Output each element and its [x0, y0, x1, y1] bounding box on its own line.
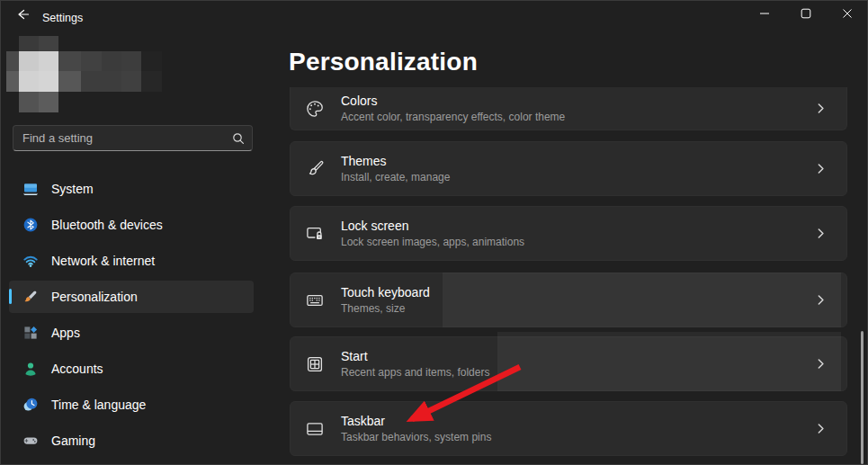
sidebar-item-label: Accounts	[51, 362, 103, 376]
search-icon	[232, 132, 245, 145]
taskbar-icon	[305, 419, 325, 439]
search-box[interactable]	[13, 125, 253, 151]
network-icon	[22, 253, 39, 269]
accounts-icon	[22, 361, 39, 377]
settings-window: { "titlebar": { "app_title": "Settings" …	[0, 0, 868, 465]
sidebar-item-label: Network & internet	[51, 254, 155, 268]
chevron-right-icon[interactable]	[815, 103, 827, 114]
time-language-icon	[22, 397, 39, 413]
card-text: Themes Install, create, manage	[341, 154, 815, 184]
touch-keyboard-icon	[305, 291, 325, 310]
app-title: Settings	[42, 12, 83, 24]
card-title: Taskbar	[341, 414, 815, 429]
card-subtitle: Accent color, transparency effects, colo…	[341, 111, 815, 124]
start-icon	[305, 354, 325, 374]
sidebar-item-network-internet[interactable]: Network & internet	[9, 245, 254, 277]
maximize-button[interactable]	[785, 0, 827, 27]
card-subtitle: Recent apps and items, folders	[341, 366, 815, 380]
card-subtitle: Install, create, manage	[341, 171, 815, 184]
minimize-button[interactable]	[744, 0, 785, 27]
chevron-right-icon[interactable]	[815, 358, 827, 370]
card-text: Touch keyboard Themes, size	[341, 285, 815, 316]
bluetooth-icon	[22, 217, 39, 233]
card-subtitle: Lock screen images, apps, animations	[341, 236, 815, 249]
sidebar-item-label: Personalization	[51, 290, 138, 304]
card-themes[interactable]: Themes Install, create, manage	[290, 141, 847, 196]
sidebar-item-apps[interactable]: Apps	[9, 317, 254, 349]
window-controls	[744, 0, 868, 27]
system-icon	[22, 181, 39, 197]
card-taskbar[interactable]: Taskbar Taskbar behaviors, system pins	[290, 401, 847, 456]
sidebar-item-time-language[interactable]: Time & language	[9, 389, 254, 421]
card-title: Start	[341, 349, 815, 364]
search-input[interactable]	[22, 131, 232, 145]
apps-icon	[22, 325, 39, 341]
sidebar-item-label: Apps	[51, 326, 80, 340]
card-text: Lock screen Lock screen images, apps, an…	[341, 219, 815, 249]
back-button[interactable]	[9, 4, 36, 24]
card-title: Themes	[341, 154, 815, 169]
card-text: Colors Accent color, transparency effect…	[341, 94, 815, 124]
card-title: Lock screen	[341, 219, 815, 234]
sidebar-item-personalization[interactable]: Personalization	[9, 281, 254, 313]
chevron-right-icon[interactable]	[815, 294, 827, 306]
card-lock-screen[interactable]: Lock screen Lock screen images, apps, an…	[290, 206, 847, 261]
chevron-right-icon[interactable]	[815, 423, 827, 434]
card-text: Start Recent apps and items, folders	[341, 349, 815, 380]
close-button[interactable]	[827, 0, 868, 27]
chevron-right-icon[interactable]	[815, 228, 827, 239]
sidebar-item-gaming[interactable]: Gaming	[9, 425, 254, 457]
gaming-icon	[22, 433, 39, 449]
card-colors[interactable]: Colors Accent color, transparency effect…	[290, 87, 847, 130]
close-icon	[842, 8, 853, 19]
minimize-icon	[759, 8, 770, 19]
sidebar-item-system[interactable]: System	[9, 173, 254, 205]
card-title: Colors	[341, 94, 815, 109]
card-subtitle: Themes, size	[341, 302, 815, 316]
sidebar-item-bluetooth-devices[interactable]: Bluetooth & devices	[9, 209, 254, 241]
sidebar-item-label: Bluetooth & devices	[51, 218, 163, 232]
themes-brush-icon	[305, 159, 325, 179]
chevron-right-icon[interactable]	[815, 163, 827, 174]
scrollbar-thumb[interactable]	[861, 331, 864, 464]
sidebar-item-label: Time & language	[51, 398, 146, 412]
selected-accent-pill	[9, 289, 12, 304]
sidebar-item-label: System	[51, 182, 94, 196]
card-touch-keyboard[interactable]: Touch keyboard Themes, size	[290, 273, 847, 327]
back-arrow-icon	[15, 7, 30, 22]
sidebar-item-label: Gaming	[51, 434, 95, 448]
maximize-icon	[801, 8, 811, 19]
card-text: Taskbar Taskbar behaviors, system pins	[341, 414, 815, 444]
page-title: Personalization	[289, 48, 478, 76]
titlebar: Settings	[0, 0, 868, 27]
lock-screen-icon	[305, 224, 325, 244]
sidebar-item-accounts[interactable]: Accounts	[9, 353, 254, 385]
colors-palette-icon	[305, 99, 325, 119]
personalization-icon	[22, 289, 39, 305]
card-subtitle: Taskbar behaviors, system pins	[341, 431, 815, 444]
card-title: Touch keyboard	[341, 285, 815, 300]
card-start[interactable]: Start Recent apps and items, folders	[290, 336, 847, 391]
